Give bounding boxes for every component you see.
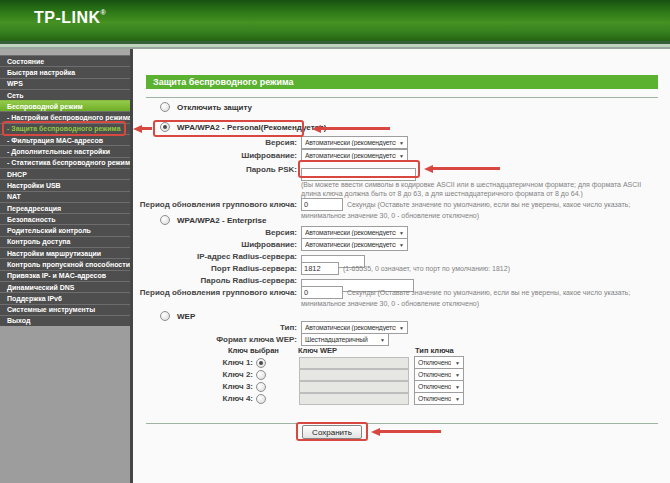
wep-key4-label: Ключ 4: [133,394,253,403]
dropdown-caret-icon: ▼ [455,384,460,390]
sidebar-item-usb-settings[interactable]: Настройки USB [0,179,130,190]
enterprise-group-key-row: Период обновления группового ключа: Секу… [133,286,630,308]
wep-key4-radio[interactable] [256,394,266,404]
sidebar-item-nat[interactable]: NAT [0,191,130,202]
dropdown-caret-icon: ▼ [399,230,404,236]
enterprise-version-label: Версия: [133,226,297,237]
sidebar-item-system-tools[interactable]: Системные инструменты [0,304,130,315]
radius-ip-label: IP-адрес Radius-сервера: [133,250,297,261]
wep-key-row-4: Ключ 4: Отключено ▼ [133,392,464,405]
sidebar-item-wireless[interactable]: Беспроводной режим [0,100,130,111]
wep-key2-input[interactable] [299,369,409,381]
disable-security-option: Отключить защиту [160,102,252,112]
wep-key4-type-select[interactable]: Отключено ▼ [414,392,464,405]
sidebar-item-dhcp[interactable]: DHCP [0,168,130,179]
sidebar-menu: Состояние Быстрая настройка WPS Сеть Бес… [0,55,130,326]
wep-key3-radio[interactable] [256,382,266,392]
footer-divider [146,423,658,424]
sidebar-item-quick-setup[interactable]: Быстрая настройка [0,66,130,77]
annotation-arrow-sidebar [133,124,152,133]
dropdown-caret-icon: ▼ [380,337,385,343]
sidebar-item-ipv6[interactable]: Поддержка IPv6 [0,292,130,303]
annotation-arrow-wpa-personal [312,124,390,133]
wep-col-key: Ключ WEP [298,346,337,355]
radius-password-label: Пароль Radius-сервера: [133,274,297,285]
enterprise-group-key-note-line1: Секунды (Оставьте значение по умолчанию,… [347,288,630,297]
wep-key2-radio[interactable] [256,370,266,380]
wep-type-label: Тип: [133,321,297,332]
wep-col-selected: Ключ выбран [228,346,279,355]
sidebar-item-bandwidth-control[interactable]: Контроль пропускной способности [0,258,130,269]
dropdown-caret-icon: ▼ [399,325,404,331]
dropdown-caret-icon: ▼ [455,372,460,378]
radius-port-label: Порт Radius-сервера: [133,262,297,273]
sidebar-item-network[interactable]: Сеть [0,89,130,100]
wpa-enterprise-option: WPA/WPA2 - Enterprise [160,215,267,225]
personal-group-key-input[interactable] [301,198,343,211]
header-divider [146,97,658,98]
sidebar-nav: Состояние Быстрая настройка WPS Сеть Бес… [0,49,133,483]
wep-key1-input[interactable] [299,357,409,369]
sidebar-item-status[interactable]: Состояние [0,55,130,66]
disable-security-radio[interactable] [160,102,170,112]
enterprise-group-key-input[interactable] [301,286,343,299]
sidebar-item-security[interactable]: Безопасность [0,213,130,224]
wpa-enterprise-radio[interactable] [160,215,170,225]
sidebar-item-ip-mac-binding[interactable]: Привязка IP- и MAC-адресов [0,270,130,281]
annotation-box-save-button [296,422,368,441]
personal-version-row: Версия: Автоматически (рекомендуется) ▼ [133,136,408,149]
tp-link-logo: TP-LINK® [34,9,106,27]
wep-radio[interactable] [160,311,170,321]
sidebar-item-logout[interactable]: Выход [0,315,130,326]
enterprise-group-key-note-line2: минимальное значение 30, 0 - обновление … [301,299,630,308]
enterprise-encryption-label: Шифрование: [133,238,297,249]
personal-version-label: Версия: [133,136,297,147]
dropdown-caret-icon: ▼ [455,360,460,366]
wep-key1-label: Ключ 1: [133,358,253,367]
router-admin-page: TP-LINK® Состояние Быстрая настройка WPS… [0,0,670,483]
personal-group-key-note-line2: минимальное значение 30, 0 - обновление … [301,211,630,220]
personal-group-key-label: Период обновления группового ключа: [133,198,297,209]
wpa-enterprise-label: WPA/WPA2 - Enterprise [177,216,267,225]
wep-format-select[interactable]: Шестнадцатеричный ▼ [301,333,389,346]
annotation-box-psk-input [298,160,420,178]
wep-key4-input[interactable] [299,393,409,405]
personal-version-select[interactable]: Автоматически (рекомендуется) ▼ [301,136,408,149]
page-title: Защита беспроводного режима [146,75,658,89]
dropdown-caret-icon: ▼ [399,140,404,146]
sidebar-item-access-control[interactable]: Контроль доступа [0,236,130,247]
annotation-box-sidebar-security [2,121,126,136]
psk-password-label: Пароль PSK: [133,163,297,174]
wep-key1-radio[interactable] [256,358,266,368]
personal-group-key-note-line1: Секунды (Оставьте значение по умолчанию,… [347,200,630,209]
wep-format-label: Формат ключа WEP: [133,333,297,344]
wep-key3-label: Ключ 3: [133,382,253,391]
dropdown-caret-icon: ▼ [399,242,404,248]
annotation-box-wpa-personal [153,120,304,137]
main-content: Защита беспроводного режима Отключить за… [133,49,670,483]
sidebar-item-wireless-statistics[interactable]: - Статистика беспроводного режима [0,157,130,168]
wep-label: WEP [177,312,195,321]
sidebar-item-dynamic-dns[interactable]: Динамический DNS [0,281,130,292]
annotation-arrow-save-button [371,427,441,436]
dropdown-caret-icon: ▼ [455,396,460,402]
psk-note: (Вы можете ввести символы в кодировке AS… [301,180,641,198]
sidebar-item-routing[interactable]: Настройки маршрутизации [0,247,130,258]
disable-security-label: Отключить защиту [177,103,252,112]
registered-mark: ® [101,9,107,16]
personal-encryption-label: Шифрование: [133,149,297,160]
sidebar-item-wps[interactable]: WPS [0,78,130,89]
radius-port-note: (1-65535, 0 означает, что порт по умолча… [343,264,510,273]
wep-key2-label: Ключ 2: [133,370,253,379]
top-banner: TP-LINK® [0,0,670,41]
wep-key3-input[interactable] [299,381,409,393]
dropdown-caret-icon: ▼ [399,153,404,159]
annotation-arrow-psk-input [424,164,500,173]
wep-col-type: Тип ключа [415,346,454,355]
sidebar-item-forwarding[interactable]: Переадресация [0,202,130,213]
sidebar-item-advanced-settings[interactable]: - Дополнительные настройки [0,145,130,156]
wep-option: WEP [160,311,195,321]
sidebar-item-parental-control[interactable]: Родительский контроль [0,224,130,235]
wep-format-row: Формат ключа WEP: Шестнадцатеричный ▼ [133,333,389,346]
enterprise-group-key-label: Период обновления группового ключа: [133,286,297,297]
